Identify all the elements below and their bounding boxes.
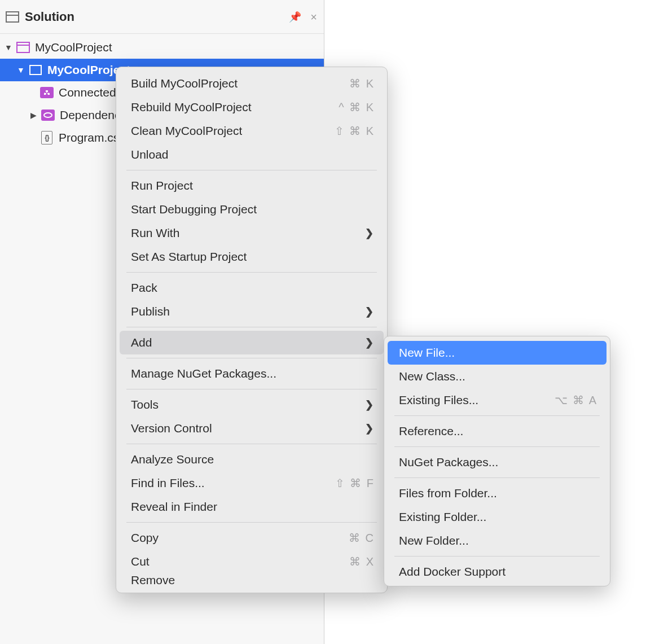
menu-find-in-files[interactable]: Find in Files... ⇧ ⌘ F <box>120 471 384 495</box>
menu-label: Find in Files... <box>131 476 205 490</box>
csharp-file-icon <box>39 132 54 144</box>
chevron-right-icon: ❯ <box>365 336 373 349</box>
submenu-nuget-packages[interactable]: NuGet Packages... <box>388 450 607 474</box>
menu-separator <box>126 272 377 273</box>
menu-reveal-in-finder[interactable]: Reveal in Finder <box>120 495 384 519</box>
menu-label: Run Project <box>131 179 193 192</box>
menu-label: Build MyCoolProject <box>131 77 238 90</box>
project-context-menu: Build MyCoolProject ⌘ K Rebuild MyCoolPr… <box>116 67 388 593</box>
menu-separator <box>126 358 377 358</box>
menu-label: Existing Files... <box>399 393 478 407</box>
menu-tools[interactable]: Tools ❯ <box>120 393 384 417</box>
menu-label: Existing Folder... <box>399 510 486 524</box>
shortcut-label: ⌘ X <box>349 555 375 568</box>
menu-label: Files from Folder... <box>399 487 497 500</box>
submenu-new-class[interactable]: New Class... <box>388 365 607 388</box>
menu-label: Reference... <box>399 424 463 438</box>
menu-label: Remove <box>131 573 175 587</box>
chevron-right-icon: ❯ <box>365 227 373 239</box>
menu-label: Tools <box>131 398 159 411</box>
menu-separator <box>394 446 600 447</box>
menu-separator <box>394 477 600 478</box>
menu-unload[interactable]: Unload <box>120 143 384 167</box>
shortcut-label: ⌥ ⌘ A <box>555 393 597 407</box>
menu-run-project[interactable]: Run Project <box>120 174 384 198</box>
menu-separator <box>126 444 377 444</box>
disclosure-triangle-icon[interactable]: ▶ <box>28 111 38 120</box>
menu-label: Pack <box>131 281 157 295</box>
close-icon[interactable]: × <box>310 10 317 23</box>
menu-copy[interactable]: Copy ⌘ C <box>120 526 384 550</box>
menu-label: Version Control <box>131 422 212 435</box>
menu-separator <box>126 522 377 523</box>
menu-label: Rebuild MyCoolProject <box>131 100 252 114</box>
menu-label: NuGet Packages... <box>399 455 498 469</box>
menu-separator <box>394 556 600 557</box>
shortcut-label: ⇧ ⌘ K <box>335 124 375 138</box>
menu-label: New Folder... <box>399 534 469 547</box>
menu-separator <box>126 327 377 327</box>
menu-label: Start Debugging Project <box>131 203 257 216</box>
menu-label: Copy <box>131 531 159 545</box>
solution-header-icon <box>6 11 19 23</box>
menu-label: New File... <box>399 346 455 360</box>
chevron-right-icon: ❯ <box>365 305 373 318</box>
chevron-right-icon: ❯ <box>365 398 373 411</box>
submenu-new-file[interactable]: New File... <box>388 341 607 365</box>
disclosure-triangle-icon[interactable]: ▼ <box>16 65 26 75</box>
menu-label: Set As Startup Project <box>131 250 247 264</box>
connected-services-icon <box>39 86 54 99</box>
menu-label: Reveal in Finder <box>131 500 217 514</box>
menu-cut[interactable]: Cut ⌘ X <box>120 550 384 573</box>
menu-run-with[interactable]: Run With ❯ <box>120 221 384 245</box>
menu-label: Add <box>131 336 152 349</box>
menu-pack[interactable]: Pack <box>120 276 384 300</box>
submenu-files-from-folder[interactable]: Files from Folder... <box>388 481 607 505</box>
menu-publish[interactable]: Publish ❯ <box>120 300 384 323</box>
submenu-new-folder[interactable]: New Folder... <box>388 529 607 553</box>
menu-label: Clean MyCoolProject <box>131 124 242 138</box>
panel-header: Solution 📌 × <box>0 0 324 34</box>
chevron-right-icon: ❯ <box>365 422 373 435</box>
menu-separator <box>394 415 600 416</box>
disclosure-triangle-icon[interactable]: ▼ <box>3 43 14 52</box>
tree-label: Program.cs <box>59 131 119 144</box>
menu-label: Unload <box>131 148 169 161</box>
menu-rebuild[interactable]: Rebuild MyCoolProject ^ ⌘ K <box>120 95 384 119</box>
tree-solution-node[interactable]: ▼ MyCoolProject <box>0 36 324 59</box>
tree-label: MyCoolProject <box>35 41 112 54</box>
submenu-existing-folder[interactable]: Existing Folder... <box>388 505 607 529</box>
menu-separator <box>126 170 377 170</box>
shortcut-label: ^ ⌘ K <box>339 100 375 114</box>
menu-label: Run With <box>131 226 179 240</box>
shortcut-label: ⌘ C <box>349 531 375 545</box>
submenu-reference[interactable]: Reference... <box>388 419 607 443</box>
menu-manage-nuget[interactable]: Manage NuGet Packages... <box>120 362 384 385</box>
menu-build[interactable]: Build MyCoolProject ⌘ K <box>120 72 384 95</box>
submenu-existing-files[interactable]: Existing Files... ⌥ ⌘ A <box>388 388 607 412</box>
solution-icon <box>16 41 30 54</box>
menu-label: Add Docker Support <box>399 565 506 579</box>
shortcut-label: ⇧ ⌘ F <box>335 476 375 490</box>
pin-icon[interactable]: 📌 <box>289 11 301 23</box>
menu-analyze-source[interactable]: Analyze Source <box>120 448 384 471</box>
menu-set-startup[interactable]: Set As Startup Project <box>120 245 384 269</box>
menu-label: Manage NuGet Packages... <box>131 367 276 380</box>
menu-label: Cut <box>131 555 150 568</box>
menu-remove[interactable]: Remove <box>120 573 384 590</box>
shortcut-label: ⌘ K <box>349 77 375 90</box>
menu-version-control[interactable]: Version Control ❯ <box>120 417 384 440</box>
menu-label: Analyze Source <box>131 453 214 466</box>
menu-start-debugging[interactable]: Start Debugging Project <box>120 198 384 221</box>
menu-label: New Class... <box>399 370 465 383</box>
submenu-add-docker-support[interactable]: Add Docker Support <box>388 560 607 584</box>
menu-label: Publish <box>131 305 170 318</box>
add-submenu: New File... New Class... Existing Files.… <box>384 336 610 586</box>
menu-clean[interactable]: Clean MyCoolProject ⇧ ⌘ K <box>120 119 384 143</box>
menu-separator <box>126 389 377 389</box>
dependencies-icon <box>41 109 55 121</box>
project-icon <box>28 64 43 76</box>
menu-add[interactable]: Add ❯ <box>120 331 384 354</box>
panel-title: Solution <box>25 10 74 24</box>
